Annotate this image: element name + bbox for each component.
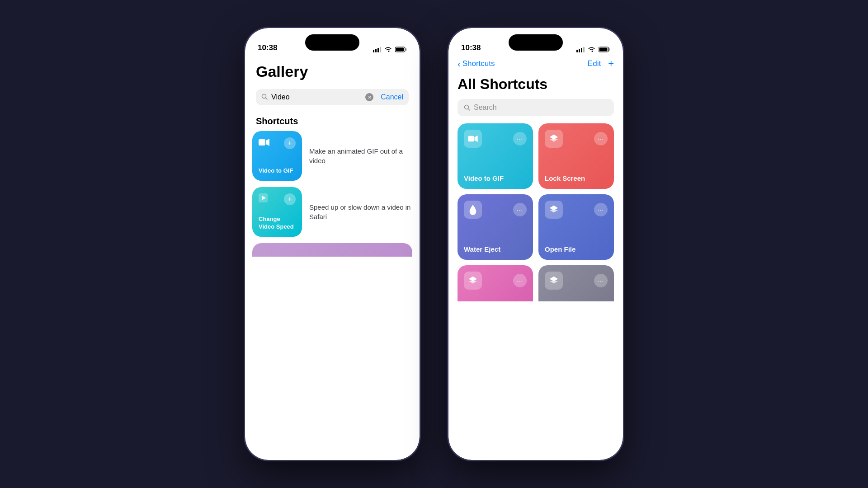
search-bar-inner: Video ✕ [261,93,373,101]
card-top: ··· [464,201,527,219]
svg-rect-13 [576,50,578,52]
shortcut-description: Speed up or slow down a video in Safari [309,202,412,221]
card-top: ··· [545,201,608,219]
tile-label: Change Video Speed [259,216,296,231]
right-phone: 10:38 [448,27,624,461]
svg-rect-3 [380,47,381,52]
card-top: ··· [545,272,608,290]
svg-marker-24 [550,135,558,140]
edit-button[interactable]: Edit [588,59,601,68]
svg-rect-15 [581,48,582,52]
svg-marker-23 [475,136,478,142]
gallery-header: Gallery [245,56,420,84]
video-camera-icon [464,130,482,148]
shortcuts-grid: ··· Video to GIF ··· [448,123,623,301]
open-file-card[interactable]: ··· Open File [538,194,614,260]
search-clear-button[interactable]: ✕ [365,93,373,101]
gallery-screen: Gallery Video ✕ Cancel Shortcuts [245,28,420,257]
svg-marker-25 [550,139,558,142]
card-menu-button[interactable]: ··· [594,132,608,145]
video-to-gif-card[interactable]: ··· Video to GIF [458,123,533,189]
shortcuts-screen: ‹ Shortcuts Edit + All Shortcuts Search [448,28,623,301]
svg-rect-19 [599,48,608,52]
page-title: All Shortcuts [448,73,623,99]
power-button[interactable] [420,123,420,164]
partial-item [252,243,412,257]
shortcuts-section-title: Shortcuts [245,111,420,131]
card-top: ··· [464,272,527,290]
search-cancel-button[interactable]: Cancel [381,93,403,101]
card-label: Water Eject [464,245,527,254]
svg-rect-5 [406,48,407,51]
signal-icon [576,47,585,52]
video-to-gif-tile[interactable]: + Video to GIF [252,131,302,181]
add-shortcut-button[interactable]: + [284,193,296,205]
svg-rect-18 [609,48,610,51]
dynamic-island [305,34,359,51]
svg-marker-29 [469,281,477,284]
card-menu-button[interactable]: ··· [513,132,527,145]
nav-bar: ‹ Shortcuts Edit + [448,56,623,73]
status-icons [373,47,407,52]
svg-rect-1 [375,49,377,52]
search-icon [464,104,470,111]
card-label: Open File [545,245,608,254]
drop-icon [464,201,482,219]
layers-icon [545,130,563,148]
search-bar[interactable]: Search [458,99,614,116]
layers-icon [464,272,482,290]
search-icon [261,94,268,101]
chevron-left-icon: ‹ [458,59,461,69]
wifi-icon [384,47,392,52]
card-top: ··· [464,130,527,148]
battery-icon [599,47,610,52]
tile-top-row: + [259,137,296,149]
svg-rect-2 [377,48,379,52]
search-input[interactable]: Video [271,93,362,101]
layers-icon [545,201,563,219]
card-menu-button[interactable]: ··· [513,274,527,287]
card-label: Lock Screen [545,174,608,183]
water-eject-card[interactable]: ··· Water Eject [458,194,533,260]
change-video-speed-tile[interactable]: + Change Video Speed [252,187,302,237]
svg-marker-27 [550,210,558,213]
dynamic-island [509,34,563,51]
card-menu-button[interactable]: ··· [594,203,608,216]
tile-label: Video to GIF [259,167,296,175]
card-label: Video to GIF [464,174,527,183]
search-bar[interactable]: Video ✕ Cancel [256,89,409,105]
layers-icon [545,272,563,290]
add-button[interactable]: + [608,58,614,70]
gallery-title: Gallery [256,63,409,80]
gray-card[interactable]: ··· [538,265,614,301]
svg-marker-10 [266,139,269,146]
back-label: Shortcuts [462,59,495,68]
svg-rect-9 [259,139,265,145]
status-icons [576,47,610,52]
svg-rect-16 [583,47,585,52]
left-phone: 10:38 [244,27,420,461]
signal-icon [373,47,381,52]
svg-rect-0 [373,50,374,52]
power-button[interactable] [623,123,624,164]
shortcut-description: Make an animated GIF out of a video [309,146,412,165]
lock-screen-card[interactable]: ··· Lock Screen [538,123,614,189]
svg-marker-26 [550,206,558,211]
svg-marker-28 [469,277,477,282]
card-menu-button[interactable]: ··· [513,203,527,216]
play-icon [259,193,268,205]
battery-icon [395,47,407,52]
list-item[interactable]: + Video to GIF Make an animated GIF out … [252,131,412,181]
svg-marker-30 [550,277,558,282]
list-item[interactable]: + Change Video Speed Speed up or slow do… [252,187,412,237]
nav-actions: Edit + [588,58,614,70]
add-shortcut-button[interactable]: + [284,137,296,149]
card-top: ··· [545,130,608,148]
svg-line-21 [468,109,470,111]
search-placeholder[interactable]: Search [474,103,497,112]
svg-rect-14 [579,49,580,52]
svg-rect-6 [396,48,404,52]
back-button[interactable]: ‹ Shortcuts [458,59,495,69]
card-menu-button[interactable]: ··· [594,274,608,287]
pink-card[interactable]: ··· [458,265,533,301]
